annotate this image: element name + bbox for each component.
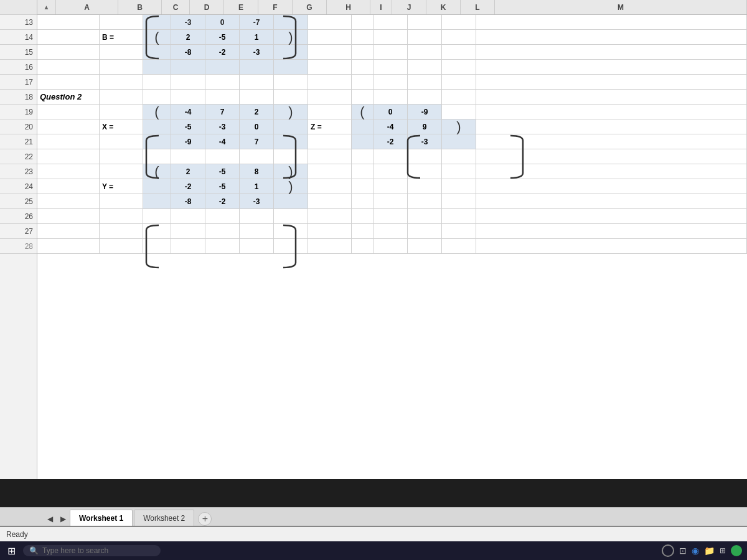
col-header-h[interactable]: H	[327, 0, 370, 14]
cell-14-c[interactable]: (	[143, 30, 171, 45]
column-headers: ▲ A B C D E F G H I J K L M	[37, 0, 747, 15]
cell-15-e[interactable]: -2	[205, 45, 240, 60]
nav-next-sheet[interactable]: ▶	[57, 512, 70, 526]
cell-13-f[interactable]: -7	[240, 15, 274, 30]
col-header-b[interactable]: B	[118, 0, 162, 14]
row-19: 19	[0, 105, 37, 119]
windows-start-button[interactable]: ⊞	[5, 545, 18, 557]
table-row: -8 -2 -3	[37, 45, 747, 60]
status-text: Ready	[6, 530, 28, 539]
row-15: 15	[0, 45, 37, 60]
cell-15-l[interactable]	[442, 45, 476, 60]
tab-worksheet-2[interactable]: Worksheet 2	[134, 510, 194, 526]
col-header-d[interactable]: D	[190, 0, 224, 14]
table-row: ( 2 -5 8 )	[37, 164, 747, 179]
cell-15-a[interactable]	[37, 45, 100, 60]
table-row	[37, 209, 747, 224]
taskbar-icon-circle[interactable]	[662, 544, 674, 557]
row-17: 17	[0, 75, 37, 90]
cell-14-b[interactable]: B =	[100, 30, 143, 45]
cell-14-l[interactable]	[442, 30, 476, 45]
search-input[interactable]	[42, 546, 154, 555]
table-row: -9 -4 7 -2 -3	[37, 134, 747, 149]
cell-14-i[interactable]	[352, 30, 374, 45]
cell-13-i[interactable]	[352, 15, 374, 30]
taskbar-icon-apps[interactable]: ⊞	[720, 546, 726, 555]
cell-18-a: Question 2	[37, 90, 100, 105]
cell-13-a[interactable]	[37, 15, 100, 30]
cell-15-j[interactable]	[374, 45, 408, 60]
add-sheet-button[interactable]: +	[198, 512, 212, 526]
cell-13-m[interactable]	[476, 15, 747, 30]
table-row	[37, 60, 747, 75]
tab-worksheet-1[interactable]: Worksheet 1	[70, 510, 133, 526]
taskbar-icon-task[interactable]: ⊡	[679, 546, 687, 556]
cell-13-c[interactable]	[143, 15, 171, 30]
spreadsheet-grid[interactable]: ▲ A B C D E F G H I J K L M -3 0 -7	[37, 0, 747, 479]
col-header-triangle: ▲	[37, 0, 56, 14]
cell-14-h[interactable]	[308, 30, 352, 45]
status-bar: Ready	[0, 526, 747, 541]
row-16: 16	[0, 60, 37, 75]
table-row	[37, 75, 747, 90]
col-header-l[interactable]: L	[461, 0, 495, 14]
row-14: 14	[0, 30, 37, 45]
cell-13-d[interactable]: -3	[171, 15, 205, 30]
cell-15-m[interactable]	[476, 45, 747, 60]
cell-15-c[interactable]	[143, 45, 171, 60]
cell-15-d[interactable]: -8	[171, 45, 205, 60]
col-header-g[interactable]: G	[293, 0, 327, 14]
table-row: ( -4 7 2 ) ( 0 -9	[37, 105, 747, 119]
row-numbers: 13 14 15 16 17 18 19 20 21 22 23 24 25 2…	[0, 0, 37, 479]
col-header-m[interactable]: M	[495, 0, 747, 14]
row-28: 28	[0, 239, 37, 254]
cell-14-g[interactable]: )	[274, 30, 308, 45]
search-bar[interactable]: 🔍	[23, 545, 161, 556]
taskbar-icon-green[interactable]	[731, 545, 742, 556]
cell-13-g[interactable]	[274, 15, 308, 30]
nav-prev-sheet[interactable]: ◀	[44, 512, 57, 526]
col-header-f[interactable]: F	[258, 0, 293, 14]
col-header-a[interactable]: A	[56, 0, 118, 14]
cell-13-h[interactable]	[308, 15, 352, 30]
table-row: -8 -2 -3	[37, 194, 747, 209]
col-header-k[interactable]: K	[426, 0, 461, 14]
row-20: 20	[0, 119, 37, 134]
taskbar-icon-edge[interactable]: ◉	[692, 546, 699, 556]
taskbar-icons: ⊡ ◉ 📁 ⊞	[662, 544, 742, 557]
cell-14-a[interactable]	[37, 30, 100, 45]
row-21: 21	[0, 134, 37, 149]
row-25: 25	[0, 194, 37, 209]
cell-15-b[interactable]	[100, 45, 143, 60]
col-header-i[interactable]: I	[370, 0, 392, 14]
cell-15-i[interactable]	[352, 45, 374, 60]
cell-14-k[interactable]	[408, 30, 442, 45]
table-row: -3 0 -7	[37, 15, 747, 30]
cell-15-g[interactable]	[274, 45, 308, 60]
cell-14-j[interactable]	[374, 30, 408, 45]
cell-14-f[interactable]: 1	[240, 30, 274, 45]
cell-15-f[interactable]: -3	[240, 45, 274, 60]
cell-15-k[interactable]	[408, 45, 442, 60]
cell-14-m[interactable]	[476, 30, 747, 45]
cell-13-b[interactable]	[100, 15, 143, 30]
cell-13-l[interactable]	[442, 15, 476, 30]
table-row: Y = -2 -5 1 )	[37, 179, 747, 194]
table-row	[37, 239, 747, 254]
cell-13-e[interactable]: 0	[205, 15, 240, 30]
table-row: Question 2	[37, 90, 747, 105]
cell-14-d[interactable]: 2	[171, 30, 205, 45]
search-icon: 🔍	[29, 546, 39, 555]
taskbar: ⊞ 🔍 ⊡ ◉ 📁 ⊞	[0, 541, 747, 560]
cell-15-h[interactable]	[308, 45, 352, 60]
tab-bar: ◀ ▶ Worksheet 1 Worksheet 2 +	[0, 507, 747, 526]
col-header-c[interactable]: C	[162, 0, 190, 14]
cell-14-e[interactable]: -5	[205, 30, 240, 45]
table-row: X = -5 -3 0 Z = -4 9 )	[37, 119, 747, 134]
cell-13-j[interactable]	[374, 15, 408, 30]
col-header-j[interactable]: J	[392, 0, 426, 14]
cell-13-k[interactable]	[408, 15, 442, 30]
col-header-e[interactable]: E	[224, 0, 258, 14]
table-row: B = ( 2 -5 1 )	[37, 30, 747, 45]
taskbar-icon-folder[interactable]: 📁	[704, 546, 715, 556]
